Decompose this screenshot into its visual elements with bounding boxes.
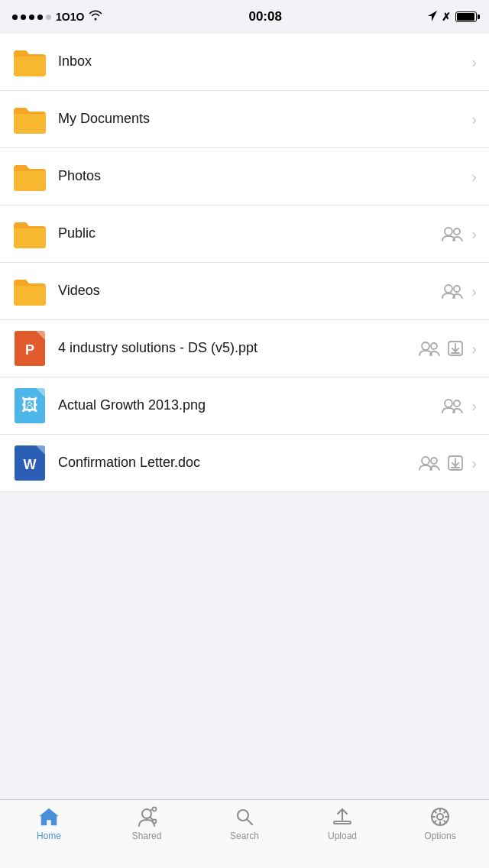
tab-label-home: Home xyxy=(37,831,61,841)
svg-point-7 xyxy=(445,228,452,235)
time-display: 00:08 xyxy=(248,9,281,24)
svg-point-25 xyxy=(153,808,157,811)
item-badges xyxy=(441,397,464,414)
svg-line-38 xyxy=(434,811,436,813)
chevron-right-icon: › xyxy=(471,283,477,300)
svg-point-33 xyxy=(437,814,443,820)
list-item[interactable]: Inbox › xyxy=(0,34,489,91)
shared-tab-icon xyxy=(136,806,157,828)
item-badges xyxy=(418,340,464,357)
item-label: Confirmation Letter.doc xyxy=(58,454,418,471)
shared-icon xyxy=(441,283,464,300)
item-label: 4 industry solutions - DS (v5).ppt xyxy=(58,339,418,357)
search-tab-icon xyxy=(234,806,255,828)
bluetooth-icon: ✗ xyxy=(442,11,451,23)
download-icon xyxy=(447,455,464,471)
battery-icon xyxy=(455,11,477,22)
svg-marker-0 xyxy=(428,11,437,21)
location-icon xyxy=(428,11,437,24)
list-item[interactable]: Public › xyxy=(0,206,489,263)
item-label: Inbox xyxy=(58,53,464,70)
svg-point-27 xyxy=(153,820,157,824)
svg-point-17 xyxy=(454,400,460,406)
main-content: Inbox › My Documents › xyxy=(0,34,489,799)
item-label: Videos xyxy=(58,282,441,300)
tab-label-search: Search xyxy=(230,831,259,841)
chevron-right-icon: › xyxy=(471,340,477,358)
svg-rect-30 xyxy=(334,821,351,824)
folder-icon xyxy=(12,274,47,309)
svg-point-19 xyxy=(431,458,437,464)
list-item[interactable]: Videos › xyxy=(0,263,489,320)
folder-icon xyxy=(12,159,47,194)
tab-label-upload: Upload xyxy=(328,831,357,841)
tab-upload[interactable]: Upload xyxy=(293,806,391,841)
shared-icon xyxy=(441,397,464,414)
item-label: Actual Growth 2013.png xyxy=(58,397,441,414)
file-list: Inbox › My Documents › xyxy=(0,34,489,492)
download-icon xyxy=(447,340,464,357)
tab-label-shared: Shared xyxy=(132,831,162,841)
list-item[interactable]: Photos › xyxy=(0,148,489,206)
file-icon-ppt: P xyxy=(12,331,47,366)
file-icon-png: 🖼 xyxy=(12,388,47,423)
tab-home[interactable]: Home xyxy=(0,806,98,841)
tab-options[interactable]: Options xyxy=(391,806,489,841)
tab-label-options: Options xyxy=(424,831,455,841)
shared-icon xyxy=(418,455,441,471)
svg-line-41 xyxy=(434,821,436,823)
svg-line-26 xyxy=(150,817,153,820)
item-badges xyxy=(441,225,464,242)
item-label: My Documents xyxy=(58,110,464,128)
svg-point-9 xyxy=(445,285,452,293)
chevron-right-icon: › xyxy=(471,53,477,71)
svg-point-12 xyxy=(431,343,437,349)
svg-point-10 xyxy=(454,286,460,292)
svg-point-8 xyxy=(454,228,460,235)
shared-icon xyxy=(441,225,464,242)
tab-search[interactable]: Search xyxy=(196,806,293,841)
status-bar: 1O1O 00:08 ✗ xyxy=(0,0,489,34)
chevron-right-icon: › xyxy=(471,225,477,243)
list-item[interactable]: 🖼 Actual Growth 2013.png › xyxy=(0,377,489,435)
status-right: ✗ xyxy=(428,11,477,24)
chevron-right-icon: › xyxy=(471,397,477,415)
chevron-right-icon: › xyxy=(471,455,477,472)
item-label: Public xyxy=(58,225,441,242)
chevron-right-icon: › xyxy=(471,168,477,186)
status-left: 1O1O xyxy=(12,10,102,24)
svg-point-11 xyxy=(422,342,429,350)
item-badges xyxy=(441,283,464,300)
folder-icon xyxy=(12,44,47,79)
item-badges xyxy=(418,455,464,471)
list-item[interactable]: My Documents › xyxy=(0,91,489,148)
tab-bar: Home Shared Search xyxy=(0,799,489,868)
options-tab-icon xyxy=(429,806,451,828)
home-icon xyxy=(38,806,60,828)
chevron-right-icon: › xyxy=(471,111,477,128)
list-item[interactable]: P 4 industry solutions - DS (v5).ppt xyxy=(0,320,489,377)
svg-line-39 xyxy=(444,821,446,823)
upload-tab-icon xyxy=(332,806,353,828)
folder-icon xyxy=(12,216,47,251)
item-label: Photos xyxy=(58,167,464,185)
tab-shared[interactable]: Shared xyxy=(98,806,196,841)
shared-icon xyxy=(418,340,441,357)
folder-icon xyxy=(12,102,47,137)
wifi-icon xyxy=(89,10,102,24)
signal-dots xyxy=(12,15,51,20)
list-item[interactable]: W Confirmation Letter.doc › xyxy=(0,435,489,492)
carrier-label: 1O1O xyxy=(56,11,84,23)
svg-point-16 xyxy=(445,400,452,407)
file-icon-doc: W xyxy=(12,445,47,481)
svg-point-18 xyxy=(422,457,429,465)
svg-line-29 xyxy=(247,819,252,824)
svg-line-40 xyxy=(444,811,446,813)
